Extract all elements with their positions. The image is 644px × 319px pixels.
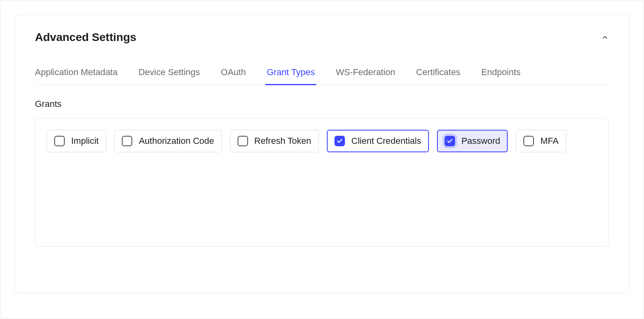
card-title: Advanced Settings: [35, 31, 136, 44]
grant-chip-label: Refresh Token: [254, 136, 311, 146]
checkbox-unchecked-icon[interactable]: [54, 136, 65, 146]
tab-grant-types[interactable]: Grant Types: [267, 67, 315, 85]
tab-label: Certificates: [416, 67, 460, 77]
grant-chip-authorization-code[interactable]: Authorization Code: [114, 130, 222, 152]
tab-label: WS-Federation: [336, 67, 395, 77]
grant-chip-client-credentials[interactable]: Client Credentials: [327, 130, 429, 152]
tab-certificates[interactable]: Certificates: [416, 67, 460, 85]
tab-device-settings[interactable]: Device Settings: [138, 67, 200, 85]
checkbox-unchecked-icon[interactable]: [523, 136, 534, 146]
grant-chip-label: Client Credentials: [351, 136, 421, 146]
checkbox-checked-icon[interactable]: [445, 136, 455, 146]
tab-label: Device Settings: [138, 67, 200, 77]
grant-chip-refresh-token[interactable]: Refresh Token: [230, 130, 319, 152]
advanced-settings-card: Advanced Settings Application MetadataDe…: [14, 14, 630, 293]
outer-frame: Advanced Settings Application MetadataDe…: [0, 0, 644, 319]
checkbox-unchecked-icon[interactable]: [122, 136, 132, 146]
checkbox-unchecked-icon[interactable]: [238, 136, 248, 146]
grants-section-label: Grants: [35, 99, 609, 109]
grant-chip-list: ImplicitAuthorization CodeRefresh TokenC…: [47, 130, 597, 152]
settings-tabs: Application MetadataDevice SettingsOAuth…: [35, 67, 609, 85]
tab-label: Application Metadata: [35, 67, 117, 77]
grant-chip-label: MFA: [540, 136, 558, 146]
grant-chip-password[interactable]: Password: [437, 130, 508, 152]
card-header[interactable]: Advanced Settings: [35, 31, 609, 44]
tab-label: Grant Types: [267, 67, 315, 77]
grants-container: ImplicitAuthorization CodeRefresh TokenC…: [35, 118, 609, 247]
chevron-up-icon[interactable]: [601, 33, 609, 41]
tab-label: OAuth: [221, 67, 246, 77]
grant-chip-implicit[interactable]: Implicit: [47, 130, 106, 152]
tab-application-metadata[interactable]: Application Metadata: [35, 67, 117, 85]
tab-endpoints[interactable]: Endpoints: [481, 67, 521, 85]
tab-label: Endpoints: [481, 67, 521, 77]
grant-chip-label: Password: [461, 136, 500, 146]
grant-chip-label: Authorization Code: [139, 136, 214, 146]
checkbox-checked-icon[interactable]: [334, 136, 345, 146]
grant-chip-mfa[interactable]: MFA: [516, 130, 566, 152]
grant-chip-label: Implicit: [71, 136, 98, 146]
tab-ws-federation[interactable]: WS-Federation: [336, 67, 395, 85]
tab-oauth[interactable]: OAuth: [221, 67, 246, 85]
